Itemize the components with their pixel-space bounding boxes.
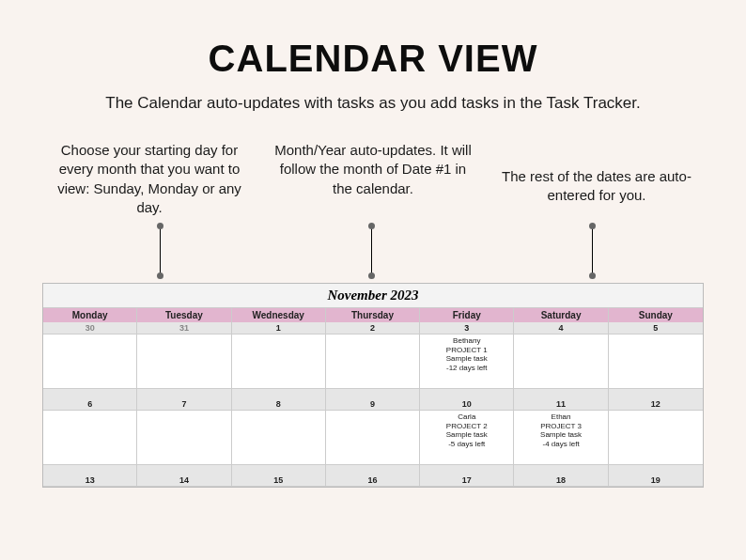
date-row: 6789101112 bbox=[43, 398, 703, 411]
date-cell: 4 bbox=[514, 322, 608, 334]
task-line: -4 days left bbox=[516, 440, 605, 449]
content-cell bbox=[232, 334, 326, 389]
gap-cell bbox=[137, 465, 231, 474]
task-line: Sample task bbox=[422, 354, 511, 364]
day-header: Tuesday bbox=[137, 308, 231, 322]
content-cell: BethanyPROJECT 1Sample task-12 days left bbox=[420, 334, 514, 389]
task-line: PROJECT 3 bbox=[516, 422, 605, 431]
day-header: Monday bbox=[43, 308, 137, 322]
date-row: 13141516171819 bbox=[43, 474, 703, 487]
content-cell bbox=[43, 334, 137, 389]
day-header: Friday bbox=[420, 308, 514, 322]
date-cell: 10 bbox=[420, 398, 514, 411]
date-cell: 13 bbox=[43, 474, 137, 487]
gap-cell bbox=[43, 465, 137, 474]
date-cell: 2 bbox=[326, 322, 420, 334]
month-title: November 2023 bbox=[43, 284, 703, 308]
gap-cell bbox=[326, 465, 420, 474]
gap-row bbox=[43, 389, 703, 398]
date-cell: 31 bbox=[137, 322, 231, 334]
content-cell bbox=[609, 411, 703, 465]
page-title: CALENDAR VIEW bbox=[38, 38, 708, 80]
callout-3: The rest of the dates are auto-entered f… bbox=[498, 141, 695, 217]
pointer-2 bbox=[371, 226, 372, 275]
date-cell: 17 bbox=[420, 474, 514, 487]
date-cell: 1 bbox=[232, 322, 326, 334]
gap-cell bbox=[609, 389, 703, 398]
pointer-lines bbox=[38, 226, 708, 283]
task-line: -5 days left bbox=[422, 440, 511, 449]
content-row: CarlaPROJECT 2Sample task-5 days leftEth… bbox=[43, 411, 703, 465]
date-cell: 11 bbox=[514, 398, 608, 411]
day-header: Wednesday bbox=[232, 308, 326, 322]
content-cell bbox=[326, 411, 420, 465]
date-cell: 30 bbox=[43, 322, 137, 334]
gap-cell bbox=[609, 465, 703, 474]
content-cell: CarlaPROJECT 2Sample task-5 days left bbox=[420, 411, 514, 465]
task-line: Ethan bbox=[516, 412, 605, 422]
date-cell: 7 bbox=[137, 398, 231, 411]
task-line: PROJECT 2 bbox=[422, 422, 511, 431]
pointer-1 bbox=[160, 226, 161, 275]
calendar-sheet: November 2023 MondayTuesdayWednesdayThur… bbox=[42, 283, 704, 488]
content-row: BethanyPROJECT 1Sample task-12 days left bbox=[43, 334, 703, 389]
gap-cell bbox=[326, 389, 420, 398]
gap-cell bbox=[137, 389, 231, 398]
task-line: Sample task bbox=[516, 430, 605, 440]
date-cell: 18 bbox=[514, 474, 608, 487]
day-header: Thursday bbox=[326, 308, 420, 322]
page-subtitle: The Calendar auto-updates with tasks as … bbox=[38, 94, 708, 113]
gap-row bbox=[43, 465, 703, 474]
gap-cell bbox=[232, 465, 326, 474]
date-cell: 9 bbox=[326, 398, 420, 411]
date-cell: 16 bbox=[326, 474, 420, 487]
date-row: 303112345 bbox=[43, 322, 703, 334]
day-header: Saturday bbox=[514, 308, 608, 322]
date-cell: 6 bbox=[43, 398, 137, 411]
gap-cell bbox=[420, 389, 514, 398]
content-cell bbox=[137, 411, 231, 465]
callout-2: Month/Year auto-updates. It will follow … bbox=[274, 141, 472, 217]
gap-cell bbox=[514, 389, 608, 398]
date-cell: 15 bbox=[232, 474, 326, 487]
task-line: Carla bbox=[422, 412, 511, 422]
gap-cell bbox=[514, 465, 608, 474]
content-cell bbox=[137, 334, 231, 389]
task-line: Sample task bbox=[422, 430, 511, 440]
callouts-row: Choose your starting day for every month… bbox=[38, 141, 708, 217]
date-cell: 14 bbox=[137, 474, 231, 487]
gap-cell bbox=[43, 389, 137, 398]
day-headers: MondayTuesdayWednesdayThursdayFridaySatu… bbox=[43, 308, 703, 322]
content-cell bbox=[609, 334, 703, 389]
gap-cell bbox=[420, 465, 514, 474]
task-line: -12 days left bbox=[422, 364, 511, 373]
pointer-3 bbox=[592, 226, 593, 275]
content-cell bbox=[232, 411, 326, 465]
date-cell: 3 bbox=[420, 322, 514, 334]
date-cell: 12 bbox=[609, 398, 703, 411]
date-cell: 8 bbox=[232, 398, 326, 411]
gap-cell bbox=[232, 389, 326, 398]
task-line: PROJECT 1 bbox=[422, 346, 511, 355]
callout-1: Choose your starting day for every month… bbox=[51, 141, 248, 217]
content-cell bbox=[43, 411, 137, 465]
date-cell: 19 bbox=[609, 474, 703, 487]
content-cell: EthanPROJECT 3Sample task-4 days left bbox=[514, 411, 608, 465]
task-line: Bethany bbox=[422, 336, 511, 346]
date-cell: 5 bbox=[609, 322, 703, 334]
content-cell bbox=[326, 334, 420, 389]
weeks: 303112345BethanyPROJECT 1Sample task-12 … bbox=[43, 322, 703, 487]
content-cell bbox=[514, 334, 608, 389]
day-header: Sunday bbox=[609, 308, 703, 322]
